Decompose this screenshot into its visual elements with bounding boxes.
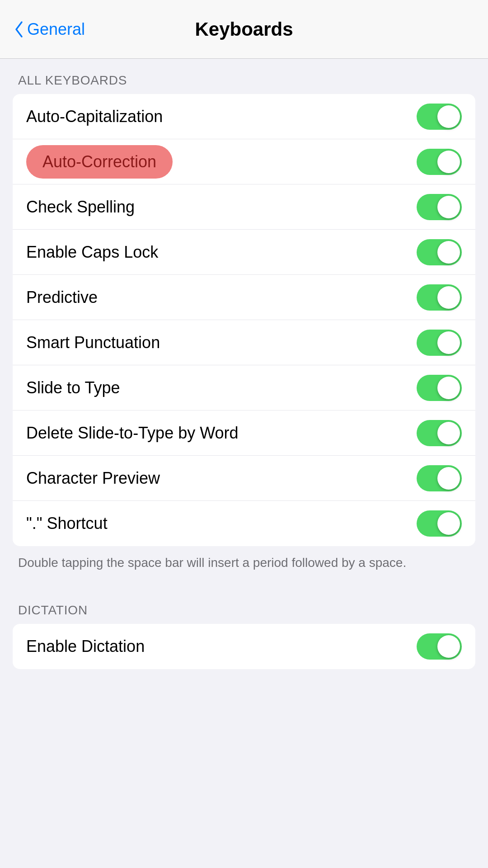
row-auto-capitalization: Auto-Capitalization xyxy=(13,94,475,139)
predictive-toggle[interactable] xyxy=(417,284,462,311)
check-spelling-toggle[interactable] xyxy=(417,194,462,220)
all-keyboards-section-label: ALL KEYBOARDS xyxy=(0,59,488,94)
auto-capitalization-toggle[interactable] xyxy=(417,104,462,130)
row-enable-caps-lock: Enable Caps Lock xyxy=(13,230,475,275)
dictation-section-label: DICTATION xyxy=(0,589,488,624)
slide-to-type-toggle[interactable] xyxy=(417,375,462,401)
period-shortcut-label: "." Shortcut xyxy=(26,514,108,533)
auto-correction-toggle[interactable] xyxy=(417,149,462,175)
row-period-shortcut: "." Shortcut xyxy=(13,501,475,546)
enable-dictation-label: Enable Dictation xyxy=(26,637,145,656)
back-label: General xyxy=(27,20,85,39)
enable-caps-lock-label: Enable Caps Lock xyxy=(26,243,158,262)
row-smart-punctuation: Smart Punctuation xyxy=(13,320,475,365)
all-keyboards-footer-note: Double tapping the space bar will insert… xyxy=(0,546,488,589)
row-enable-dictation: Enable Dictation xyxy=(13,624,475,669)
enable-dictation-toggle[interactable] xyxy=(417,633,462,660)
predictive-label: Predictive xyxy=(26,288,98,307)
auto-correction-label: Auto-Correction xyxy=(26,145,173,179)
enable-caps-lock-toggle[interactable] xyxy=(417,239,462,265)
dictation-card: Enable Dictation xyxy=(13,624,475,669)
period-shortcut-toggle[interactable] xyxy=(417,510,462,537)
smart-punctuation-label: Smart Punctuation xyxy=(26,333,160,352)
row-check-spelling: Check Spelling xyxy=(13,184,475,230)
character-preview-toggle[interactable] xyxy=(417,465,462,491)
all-keyboards-card: Auto-Capitalization Auto-Correction Chec… xyxy=(13,94,475,546)
delete-slide-to-type-label: Delete Slide-to-Type by Word xyxy=(26,424,239,443)
row-character-preview: Character Preview xyxy=(13,456,475,501)
chevron-left-icon xyxy=(14,20,24,38)
row-auto-correction: Auto-Correction xyxy=(13,139,475,184)
row-predictive: Predictive xyxy=(13,275,475,320)
check-spelling-label: Check Spelling xyxy=(26,198,135,217)
row-slide-to-type: Slide to Type xyxy=(13,365,475,410)
page-title: Keyboards xyxy=(195,19,293,40)
back-button[interactable]: General xyxy=(14,20,85,39)
delete-slide-to-type-toggle[interactable] xyxy=(417,420,462,446)
header: General Keyboards xyxy=(0,0,488,59)
character-preview-label: Character Preview xyxy=(26,469,160,488)
row-delete-slide-to-type: Delete Slide-to-Type by Word xyxy=(13,410,475,456)
auto-capitalization-label: Auto-Capitalization xyxy=(26,107,163,126)
smart-punctuation-toggle[interactable] xyxy=(417,330,462,356)
slide-to-type-label: Slide to Type xyxy=(26,378,120,397)
